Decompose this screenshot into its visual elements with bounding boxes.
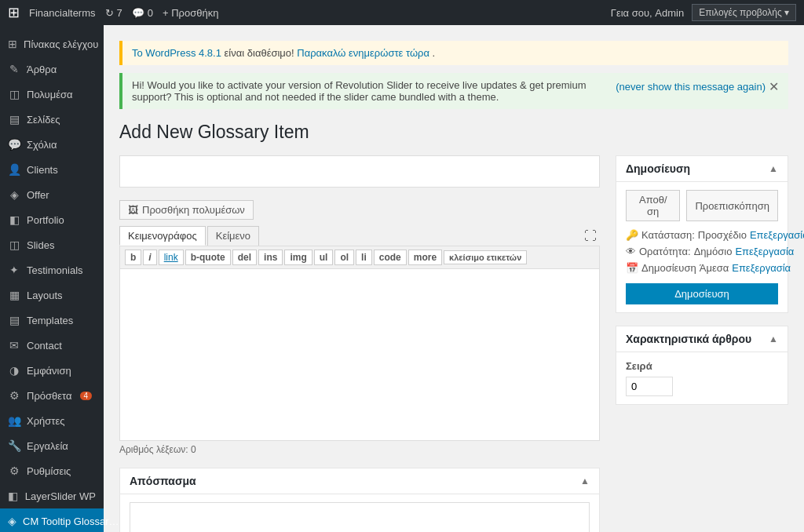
excerpt-box-header[interactable]: Απόσπασμα ▲ xyxy=(120,468,599,494)
portfolio-icon: ◧ xyxy=(8,213,20,226)
sidebar-item-comments[interactable]: 💬 Σχόλια xyxy=(0,132,104,157)
comments-nav-icon: 💬 xyxy=(8,138,20,151)
comments-count: 0 xyxy=(148,7,153,19)
settings-icon: ⚙ xyxy=(8,465,20,477)
comments-icon: 💬 xyxy=(132,7,144,19)
ins-button[interactable]: ins xyxy=(258,250,283,265)
sidebar-item-templates[interactable]: ▤ Templates xyxy=(0,308,104,333)
li-button[interactable]: li xyxy=(356,250,372,265)
sidebar-item-dashboard[interactable]: ⊞ Πίνακας ελέγχου xyxy=(0,31,104,56)
sidebar-label-testimonials: Testimonials xyxy=(27,264,83,276)
close-tags-button[interactable]: κλείσιμο ετικετών xyxy=(444,250,527,264)
visibility-value: Δημόσιο xyxy=(694,246,733,257)
updates-item[interactable]: ↻ 7 xyxy=(105,7,122,19)
main-content: Το WordPress 4.8.1 είναι διαθέσιμο! Παρα… xyxy=(104,25,804,532)
contact-icon: ✉ xyxy=(8,339,20,352)
sidebar-item-layerslider[interactable]: ◧ LayerSlider WP xyxy=(0,483,104,508)
visibility-edit-link[interactable]: Επεξεργασία xyxy=(735,246,794,257)
sidebar-label-layouts: Layouts xyxy=(27,290,63,301)
bquote-button[interactable]: b-quote xyxy=(185,250,231,265)
add-new-item[interactable]: + Προσθήκη xyxy=(163,7,218,19)
order-input[interactable] xyxy=(626,377,673,396)
sidebar-item-media[interactable]: ◫ Πολυμέσα xyxy=(0,82,104,107)
preview-button[interactable]: Προεπισκόπηση xyxy=(686,190,778,221)
sidebar-item-appearance[interactable]: ◑ Εμφάνιση xyxy=(0,358,104,383)
layout: ⊞ Πίνακας ελέγχου ✎ Άρθρα ◫ Πολυμέσα ▤ Σ… xyxy=(0,25,804,532)
img-button[interactable]: img xyxy=(284,250,312,265)
admin-bar: ⊞ Financialterms ↻ 7 💬 0 + Προσθήκη Γεια… xyxy=(0,0,804,25)
article-features-body: Σειρά xyxy=(616,352,788,404)
sidebar-item-testimonials[interactable]: ✦ Testimonials xyxy=(0,257,104,282)
sidebar-label-articles: Άρθρα xyxy=(27,64,57,75)
excerpt-textarea[interactable] xyxy=(130,502,590,532)
publish-button[interactable]: Δημοσίευση xyxy=(626,283,778,304)
publish-time-value: Άμεσα xyxy=(700,262,729,274)
post-title-input[interactable] xyxy=(119,155,600,188)
sidebar-label-comments: Σχόλια xyxy=(27,139,57,151)
comments-item[interactable]: 💬 0 xyxy=(132,7,153,19)
ol-button[interactable]: ol xyxy=(334,250,354,265)
publish-action-row: Αποθ/ση Προεπισκόπηση xyxy=(626,190,778,221)
updates-icon: ↻ xyxy=(105,7,114,19)
sidebar-item-portfolio[interactable]: ◧ Portfolio xyxy=(0,207,104,232)
layerslider-icon: ◧ xyxy=(8,490,19,502)
sidebar-label-clients: Clients xyxy=(27,164,58,176)
del-button[interactable]: del xyxy=(232,250,257,265)
ul-button[interactable]: ul xyxy=(314,250,334,265)
status-row: 🔑 Κατάσταση: Προσχέδιο Επεξεργασία xyxy=(626,229,778,241)
update-link[interactable]: Το WordPress 4.8.1 xyxy=(132,47,221,59)
sidebar-item-layouts[interactable]: ▦ Layouts xyxy=(0,282,104,308)
sidebar-item-offer[interactable]: ◈ Offer xyxy=(0,182,104,207)
code-button[interactable]: code xyxy=(374,250,407,265)
sidebar-label-pages: Σελίδες xyxy=(27,114,60,126)
view-options-button[interactable]: Επιλογές προβολής ▾ xyxy=(692,4,796,21)
sidebar-item-glossary[interactable]: ◈ CM Tooltip Glossar… xyxy=(0,508,104,532)
sidebar-item-pages[interactable]: ▤ Σελίδες xyxy=(0,107,104,132)
italic-button[interactable]: i xyxy=(143,250,156,265)
save-draft-button[interactable]: Αποθ/ση xyxy=(626,190,680,221)
sidebar-item-contact[interactable]: ✉ Contact xyxy=(0,333,104,358)
sidebar-item-settings[interactable]: ⚙ Ρυθμίσεις xyxy=(0,458,104,483)
tab-visual[interactable]: Κειμενογράφος xyxy=(119,226,206,246)
content-columns: 🖼 Προσθήκη πολυμέσων Κειμενογράφος Κείμε… xyxy=(119,155,788,532)
sidebar-item-slides[interactable]: ◫ Slides xyxy=(0,232,104,257)
wp-logo-icon: ⊞ xyxy=(8,4,20,21)
tab-text[interactable]: Κείμενο xyxy=(207,226,259,246)
article-features-header[interactable]: Χαρακτηριστικά άρθρου ▲ xyxy=(616,326,788,352)
offer-icon: ◈ xyxy=(8,188,20,201)
visibility-row: 👁 Ορατότητα: Δημόσιο Επεξεργασία xyxy=(626,246,778,257)
appearance-icon: ◑ xyxy=(8,364,20,377)
status-edit-link[interactable]: Επεξεργασία xyxy=(750,229,804,241)
notice-update-message: είναι διαθέσιμο! xyxy=(225,47,298,59)
publish-box: Δημοσίευση ▲ Αποθ/ση Προεπισκόπηση 🔑 Κατ… xyxy=(616,155,788,313)
link-button[interactable]: link xyxy=(159,250,184,265)
excerpt-box: Απόσπασμα ▲ xyxy=(119,468,600,532)
close-notice-button[interactable]: ✕ xyxy=(769,79,779,94)
add-media-button[interactable]: 🖼 Προσθήκη πολυμέσων xyxy=(119,200,254,220)
bold-button[interactable]: b xyxy=(125,250,141,265)
users-icon: 👥 xyxy=(8,414,20,427)
page-title: Add New Glossary Item xyxy=(119,122,788,143)
media-icon: ◫ xyxy=(8,88,20,100)
fullscreen-button[interactable]: ⛶ xyxy=(581,228,600,245)
more-button[interactable]: more xyxy=(408,250,442,265)
never-show-link[interactable]: (never show this message again) xyxy=(616,81,766,93)
article-features-title: Χαρακτηριστικά άρθρου xyxy=(626,333,751,345)
sidebar-item-clients[interactable]: 👤 Clients xyxy=(0,157,104,182)
sidebar-item-articles[interactable]: ✎ Άρθρα xyxy=(0,56,104,82)
publish-time-edit-link[interactable]: Επεξεργασία xyxy=(732,262,791,274)
admin-bar-right: Γεια σου, Admin Επιλογές προβολής ▾ xyxy=(611,4,796,21)
update-cta-link[interactable]: Παρακαλώ ενημερώστε τώρα xyxy=(297,47,429,59)
layouts-icon: ▦ xyxy=(8,289,20,301)
word-count: Αριθμός λέξεων: 0 xyxy=(119,444,600,455)
editor-content-area[interactable] xyxy=(119,268,600,441)
sidebar-item-plugins[interactable]: ⚙ Πρόσθετα 4 xyxy=(0,383,104,408)
notice-revolution-message: Hi! Would you like to activate your vers… xyxy=(132,79,608,103)
pages-icon: ▤ xyxy=(8,113,20,126)
sidebar-item-users[interactable]: 👥 Χρήστες xyxy=(0,408,104,433)
site-name[interactable]: Financialterms xyxy=(29,7,96,19)
publish-box-header[interactable]: Δημοσίευση ▲ xyxy=(616,156,788,182)
clients-icon: 👤 xyxy=(8,163,20,176)
sidebar-label-appearance: Εμφάνιση xyxy=(27,365,71,377)
sidebar-item-tools[interactable]: 🔧 Εργαλεία xyxy=(0,433,104,458)
